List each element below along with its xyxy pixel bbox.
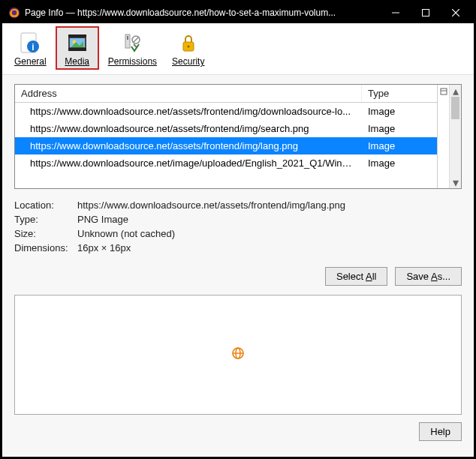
close-button[interactable] — [441, 2, 471, 23]
svg-point-20 — [187, 46, 189, 48]
info-icon: i — [18, 31, 42, 55]
cell-address: https://www.downloadsource.net/assets/fr… — [15, 139, 362, 153]
svg-line-18 — [133, 37, 139, 43]
svg-rect-3 — [423, 10, 429, 16]
action-buttons: Select All Save As... — [14, 267, 462, 286]
tab-permissions[interactable]: Permissions — [102, 26, 163, 70]
dimensions-label: Dimensions: — [14, 242, 77, 254]
svg-rect-16 — [127, 36, 128, 40]
svg-rect-14 — [68, 48, 86, 51]
table-header: Address Type — [15, 85, 437, 103]
media-icon — [65, 31, 89, 55]
svg-rect-13 — [68, 34, 86, 38]
maximize-button[interactable] — [411, 2, 441, 23]
preview-area — [14, 295, 462, 415]
firefox-icon — [8, 7, 20, 19]
footer: Help — [14, 422, 462, 441]
tab-permissions-label: Permissions — [108, 56, 157, 67]
tab-general-label: General — [14, 56, 47, 67]
save-as-button[interactable]: Save As... — [395, 267, 462, 286]
scroll-thumb[interactable] — [451, 97, 459, 119]
header-address[interactable]: Address — [15, 85, 362, 102]
cell-address: https://www.downloadsource.net/assets/fr… — [15, 122, 362, 136]
table-row[interactable]: https://www.downloadsource.net/assets/fr… — [15, 120, 437, 137]
tab-security[interactable]: Security — [166, 26, 210, 70]
cell-type: Image — [362, 139, 437, 153]
lock-icon — [176, 31, 200, 55]
details-panel: Location:https://www.downloadsource.net/… — [14, 200, 462, 256]
size-value: Unknown (not cached) — [77, 228, 462, 239]
toolbar: i General Media Permissions Security — [2, 23, 474, 75]
dimensions-value: 16px × 16px — [77, 242, 462, 254]
cell-type: Image — [362, 122, 437, 136]
type-label: Type: — [14, 214, 77, 225]
cell-address: https://www.downloadsource.net/image/upl… — [15, 156, 362, 170]
window-title: Page Info — https://www.downloadsource.n… — [25, 8, 381, 18]
page-info-window: Page Info — https://www.downloadsource.n… — [2, 2, 474, 457]
titlebar: Page Info — https://www.downloadsource.n… — [2, 2, 474, 23]
column-picker[interactable] — [437, 85, 449, 188]
tab-security-label: Security — [172, 56, 204, 67]
tab-general[interactable]: i General — [8, 26, 53, 70]
tab-media-label: Media — [65, 56, 89, 67]
select-all-button[interactable]: Select All — [325, 267, 387, 286]
media-table: Address Type https://www.downloadsource.… — [14, 84, 462, 189]
table-body: https://www.downloadsource.net/assets/fr… — [15, 103, 437, 172]
header-type[interactable]: Type — [362, 85, 437, 102]
table-row[interactable]: https://www.downloadsource.net/assets/fr… — [15, 103, 437, 120]
svg-text:i: i — [32, 42, 35, 52]
globe-icon — [231, 346, 245, 363]
type-value: PNG Image — [77, 214, 462, 225]
scrollbar[interactable]: ▴ ▾ — [449, 85, 461, 188]
content-area: Address Type https://www.downloadsource.… — [2, 75, 474, 457]
permissions-icon — [120, 31, 144, 55]
table-row[interactable]: https://www.downloadsource.net/image/upl… — [15, 154, 437, 172]
scroll-up-icon[interactable]: ▴ — [450, 85, 461, 97]
svg-rect-21 — [441, 88, 447, 94]
cell-address: https://www.downloadsource.net/assets/fr… — [15, 104, 362, 118]
svg-point-1 — [12, 10, 17, 15]
location-label: Location: — [14, 200, 77, 211]
minimize-button[interactable] — [381, 2, 411, 23]
size-label: Size: — [14, 228, 77, 239]
help-button[interactable]: Help — [419, 422, 462, 441]
scroll-down-icon[interactable]: ▾ — [450, 176, 461, 188]
location-value: https://www.downloadsource.net/assets/fr… — [77, 200, 462, 211]
cell-type: Image — [362, 104, 437, 118]
tab-media[interactable]: Media — [56, 26, 99, 70]
window-controls — [381, 2, 471, 23]
cell-type: Image — [362, 156, 437, 170]
table-row[interactable]: https://www.downloadsource.net/assets/fr… — [15, 137, 437, 154]
